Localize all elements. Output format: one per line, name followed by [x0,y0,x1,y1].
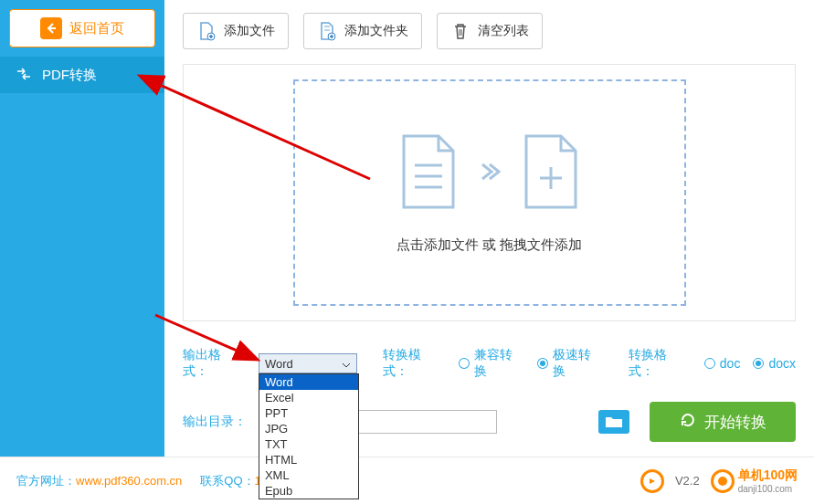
format-option[interactable]: JPG [259,421,358,436]
document-add-icon [519,132,583,211]
radio-label: doc [720,356,741,371]
radio-dot [753,358,764,369]
brand-icon [711,469,735,493]
radio-compat[interactable]: 兼容转换 [459,347,524,380]
button-label: 清空列表 [478,23,529,39]
button-label: 添加文件 [224,23,275,39]
brand-sub: danji100.com [738,484,798,494]
arrow-right-icon [477,159,502,184]
trash-icon [450,21,470,41]
options-row: 输出格式： Word Word Excel PPT JPG TXT HTML X… [183,347,796,380]
add-file-button[interactable]: 添加文件 [183,13,289,49]
clear-list-button[interactable]: 清空列表 [437,13,543,49]
convert-icon [15,65,33,86]
format-option[interactable]: HTML [259,452,358,467]
brand: 单机100网 danji100.com [711,467,798,494]
format-option[interactable]: TXT [259,436,358,452]
drop-zone[interactable]: 点击添加文件 或 拖拽文件添加 [293,79,686,306]
select-head[interactable]: Word [259,353,357,373]
refresh-icon [679,411,697,434]
button-label: 添加文件夹 [344,23,408,39]
format-option[interactable]: Epub [259,483,358,499]
file-plus-icon [196,21,217,41]
version-label: V2.2 [675,474,700,488]
start-convert-button[interactable]: 开始转换 [650,402,796,442]
home-button[interactable]: 返回首页 [9,9,155,47]
radio-docx[interactable]: docx [753,356,796,371]
footer: 官方网址：www.pdf360.com.cn 联系QQ：13 信：pdf360 … [0,457,814,504]
folder-plus-icon [317,21,337,41]
format-dropdown: Word Excel PPT JPG TXT HTML XML Epub [259,373,359,499]
format-option[interactable]: XML [259,467,358,483]
format-option[interactable]: PPT [259,405,358,421]
file-list-area: 点击添加文件 或 拖拽文件添加 [183,64,796,321]
chevron-down-icon [342,357,351,371]
radio-dot [537,358,548,369]
button-label: 开始转换 [704,412,766,433]
ext-label: 转换格式： [629,347,692,380]
qq-label: 联系QQ： [200,474,254,488]
radio-label: 极速转换 [553,347,603,380]
radio-dot [459,358,470,369]
site-label: 官方网址： [16,474,76,488]
format-select[interactable]: Word Word Excel PPT JPG TXT HTML XML Epu… [259,353,357,373]
format-option[interactable]: Word [259,374,358,390]
format-option[interactable]: Excel [259,390,358,405]
folder-icon [605,415,623,428]
select-value: Word [265,357,293,371]
logo-icon [640,469,664,493]
radio-dot [704,358,715,369]
drop-illustration [396,132,583,211]
radio-label: 兼容转换 [474,347,524,380]
document-icon [396,132,460,211]
radio-doc[interactable]: doc [704,356,741,371]
format-label: 输出格式： [183,347,246,380]
site-link[interactable]: www.pdf360.com.cn [76,474,182,488]
mode-label: 转换模式： [383,347,446,380]
radio-fast[interactable]: 极速转换 [537,347,603,380]
sidebar-item-pdf-convert[interactable]: PDF转换 [0,57,164,93]
output-dir-label: 输出目录： [183,414,247,430]
drop-text: 点击添加文件 或 拖拽文件添加 [396,236,582,254]
browse-folder-button[interactable] [598,410,629,434]
brand-name: 单机100网 [738,467,798,484]
home-label: 返回首页 [69,20,124,37]
sidebar-item-label: PDF转换 [42,67,97,84]
back-arrow-icon [40,17,62,39]
add-folder-button[interactable]: 添加文件夹 [303,13,422,49]
radio-label: docx [768,356,796,371]
toolbar: 添加文件 添加文件夹 清空列表 [183,13,796,49]
